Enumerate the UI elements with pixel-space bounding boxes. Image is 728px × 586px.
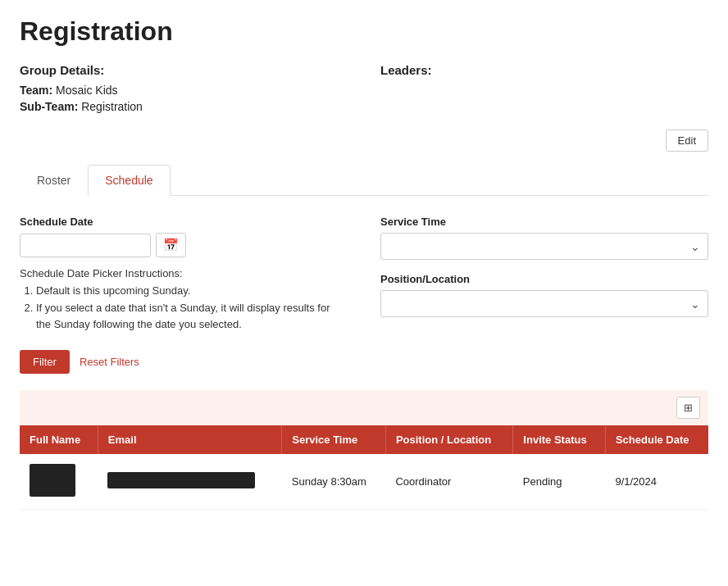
instructions-list: Default is this upcoming Sunday. If you … (20, 283, 348, 334)
cell-position-location: Coordinator (385, 454, 512, 510)
service-time-select-wrap: ⌄ (380, 233, 708, 260)
filter-button[interactable]: Filter (20, 350, 70, 374)
reset-filters-button[interactable]: Reset Filters (80, 356, 139, 368)
date-input-wrap: 📅 (20, 233, 348, 257)
date-instructions: Schedule Date Picker Instructions: Defau… (20, 266, 348, 334)
table-header-row: Full Name Email Service Time Position / … (20, 425, 708, 454)
edit-button[interactable]: Edit (666, 129, 708, 152)
col-email: Email (98, 425, 281, 454)
instruction-1: Default is this upcoming Sunday. (36, 283, 348, 300)
leaders-heading: Leaders: (380, 63, 708, 77)
subteam-row: Sub-Team: Registration (20, 100, 348, 113)
subteam-value: Registration (81, 100, 143, 113)
col-service-time: Service Time (282, 425, 386, 454)
position-location-field: Position/Location ⌄ (380, 273, 708, 317)
service-time-select[interactable] (380, 233, 708, 260)
position-location-label: Position/Location (380, 273, 708, 285)
position-location-select[interactable] (380, 290, 708, 317)
calendar-button[interactable]: 📅 (156, 233, 186, 257)
service-time-field: Service Time ⌄ (380, 216, 708, 260)
schedule-date-input[interactable] (20, 234, 151, 257)
instructions-heading: Schedule Date Picker Instructions: (20, 267, 183, 279)
schedule-table-container: ⊞ Full Name Email Service Time Position … (20, 390, 708, 510)
avatar (30, 464, 75, 497)
schedule-table: Full Name Email Service Time Position / … (20, 425, 708, 510)
cell-full-name (20, 454, 98, 510)
col-invite-status: Invite Status (513, 425, 606, 454)
subteam-label: Sub-Team: (20, 100, 78, 113)
filter-actions: Filter Reset Filters (20, 350, 708, 374)
leaders-section: Leaders: (380, 63, 708, 116)
group-details-heading: Group Details: (20, 63, 348, 77)
columns-button[interactable]: ⊞ (676, 397, 700, 419)
table-toolbar: ⊞ (20, 390, 708, 425)
cell-schedule-date: 9/1/2024 (605, 454, 708, 510)
page-title: Registration (20, 16, 708, 47)
team-row: Team: Mosaic Kids (20, 84, 348, 97)
columns-icon: ⊞ (684, 402, 693, 414)
team-value: Mosaic Kids (56, 84, 117, 97)
calendar-icon: 📅 (163, 238, 179, 252)
tab-roster[interactable]: Roster (20, 165, 88, 196)
right-filters: Service Time ⌄ Position/Location ⌄ (380, 216, 708, 334)
table-row: Sunday 8:30am Coordinator Pending 9/1/20… (20, 454, 708, 510)
col-full-name: Full Name (20, 425, 98, 454)
cell-email (98, 454, 281, 510)
tab-bar: Roster Schedule (20, 165, 708, 196)
schedule-date-label: Schedule Date (20, 216, 348, 228)
position-location-select-wrap: ⌄ (380, 290, 708, 317)
cell-invite-status: Pending (513, 454, 606, 510)
schedule-date-section: Schedule Date 📅 Schedule Date Picker Ins… (20, 216, 348, 334)
service-time-label: Service Time (380, 216, 708, 228)
col-position-location: Position / Location (385, 425, 512, 454)
instruction-2: If you select a date that isn't a Sunday… (36, 300, 348, 334)
group-details-section: Group Details: Team: Mosaic Kids Sub-Tea… (20, 63, 348, 116)
email-redacted (107, 472, 255, 488)
col-schedule-date: Schedule Date (605, 425, 708, 454)
tab-schedule[interactable]: Schedule (88, 165, 170, 196)
cell-service-time: Sunday 8:30am (282, 454, 386, 510)
team-label: Team: (20, 84, 52, 97)
filter-section: Schedule Date 📅 Schedule Date Picker Ins… (20, 216, 708, 334)
